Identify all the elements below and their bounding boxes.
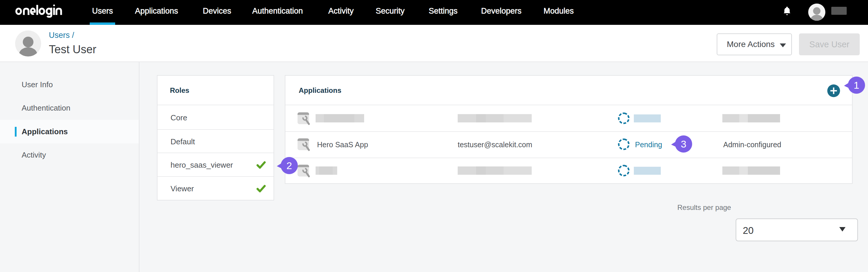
svg-text:1: 1 — [854, 79, 860, 91]
svg-text:2: 2 — [286, 160, 292, 171]
svg-text:3: 3 — [681, 138, 686, 149]
